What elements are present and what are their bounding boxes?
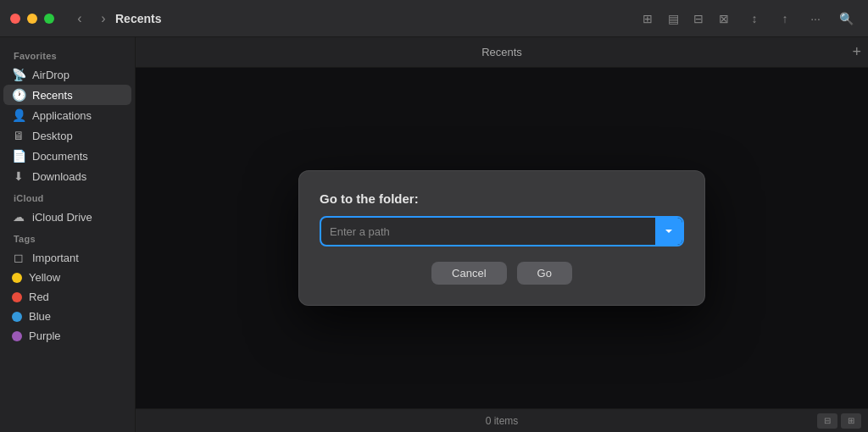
tag-yellow-dot — [12, 273, 22, 283]
modal-buttons: Cancel Go — [320, 262, 684, 285]
items-count: 0 items — [486, 415, 519, 427]
sidebar-item-label: Applications — [32, 109, 92, 122]
sidebar-item-icloud-drive[interactable]: ☁ iCloud Drive — [3, 207, 131, 227]
path-dropdown-button[interactable] — [655, 218, 682, 245]
sidebar-item-recents[interactable]: 🕐 Recents — [3, 85, 131, 105]
sidebar-item-label: AirDrop — [32, 69, 70, 81]
minimize-button[interactable] — [27, 14, 37, 24]
sidebar-item-label: Yellow — [29, 271, 60, 284]
action-icon[interactable]: ··· — [804, 7, 827, 30]
status-bar: 0 items ⊟ ⊞ — [136, 408, 868, 432]
sidebar-item-tag-yellow[interactable]: Yellow — [3, 268, 131, 287]
content-title: Recents — [481, 46, 522, 58]
sidebar-item-tag-important[interactable]: ◻ Important — [3, 247, 131, 268]
view-icon-2[interactable]: ▤ — [661, 7, 685, 30]
path-input-row — [320, 216, 684, 246]
go-button[interactable]: Go — [517, 262, 572, 285]
tags-label: Tags — [0, 227, 135, 247]
sidebar-item-airdrop[interactable]: 📡 AirDrop — [3, 64, 131, 85]
forward-button[interactable]: › — [92, 7, 115, 30]
sidebar-item-desktop[interactable]: 🖥 Desktop — [3, 125, 131, 146]
toolbar-icon-group: ⊞ ▤ ⊟ ⊠ — [636, 7, 736, 30]
content-main: Go to the folder: Cancel Go — [136, 68, 868, 408]
sidebar-item-tag-red[interactable]: Red — [3, 287, 131, 307]
tag-red-dot — [12, 292, 22, 302]
sidebar-item-label: iCloud Drive — [32, 211, 92, 224]
view-icon-4[interactable]: ⊠ — [712, 7, 736, 30]
modal-overlay: Go to the folder: Cancel Go — [136, 68, 868, 408]
status-bar-right: ⊟ ⊞ — [817, 413, 861, 429]
tag-purple-dot — [12, 331, 22, 341]
desktop-icon: 🖥 — [12, 129, 25, 142]
view-icon-3[interactable]: ⊟ — [687, 7, 710, 30]
share-icon[interactable]: ↑ — [773, 7, 797, 30]
chevron-down-icon — [665, 229, 673, 234]
sidebar-item-label: Purple — [29, 330, 61, 342]
icloud-label: iCloud — [0, 186, 135, 207]
sidebar-item-label: Desktop — [32, 130, 73, 142]
sidebar-item-label: Red — [29, 291, 49, 303]
sidebar-item-documents[interactable]: 📄 Documents — [3, 146, 131, 166]
traffic-lights — [10, 14, 54, 24]
sidebar-item-label: Blue — [29, 310, 51, 323]
content-area: Recents + Go to the folder: — [136, 37, 868, 432]
sidebar-item-tag-purple[interactable]: Purple — [3, 326, 131, 346]
sidebar-item-label: Recents — [32, 89, 73, 102]
modal-title: Go to the folder: — [320, 191, 684, 206]
cancel-button[interactable]: Cancel — [431, 262, 506, 285]
sidebar-item-label: Documents — [32, 150, 88, 163]
recents-icon: 🕐 — [12, 88, 25, 102]
toolbar-controls: ⊞ ▤ ⊟ ⊠ ↕ ↑ ··· 🔍 — [632, 7, 858, 30]
maximize-button[interactable] — [44, 14, 54, 24]
sidebar-item-tag-blue[interactable]: Blue — [3, 307, 131, 326]
sidebar-item-applications[interactable]: 👤 Applications — [3, 105, 131, 125]
airdrop-icon: 📡 — [12, 68, 25, 81]
applications-icon: 👤 — [12, 108, 25, 122]
downloads-icon: ⬇ — [12, 169, 25, 183]
window-title: Recents — [115, 12, 161, 25]
favorites-label: Favorites — [0, 44, 135, 64]
tag-blue-dot — [12, 312, 22, 322]
documents-icon: 📄 — [12, 149, 25, 163]
back-button[interactable]: ‹ — [68, 7, 92, 30]
content-header: Recents + — [136, 37, 868, 68]
sort-icon[interactable]: ↕ — [743, 7, 766, 30]
view-icon-1[interactable]: ⊞ — [636, 7, 659, 30]
search-icon[interactable]: 🔍 — [834, 7, 858, 30]
close-button[interactable] — [10, 14, 20, 24]
sidebar-item-label: Downloads — [32, 170, 86, 183]
titlebar: ‹ › Recents ⊞ ▤ ⊟ ⊠ ↕ ↑ ··· 🔍 — [0, 0, 868, 37]
icloud-drive-icon: ☁ — [12, 210, 25, 224]
sidebar-item-label: Important — [32, 252, 79, 264]
view-small-button[interactable]: ⊟ — [817, 413, 837, 429]
sidebar: Favorites 📡 AirDrop 🕐 Recents 👤 Applicat… — [0, 37, 136, 432]
goto-folder-dialog: Go to the folder: Cancel Go — [298, 170, 705, 306]
add-tab-button[interactable]: + — [852, 43, 861, 61]
path-input[interactable] — [321, 219, 655, 245]
main-area: Favorites 📡 AirDrop 🕐 Recents 👤 Applicat… — [0, 37, 868, 432]
tag-important-icon: ◻ — [12, 251, 25, 264]
view-large-button[interactable]: ⊞ — [841, 413, 861, 429]
sidebar-item-downloads[interactable]: ⬇ Downloads — [3, 166, 131, 186]
